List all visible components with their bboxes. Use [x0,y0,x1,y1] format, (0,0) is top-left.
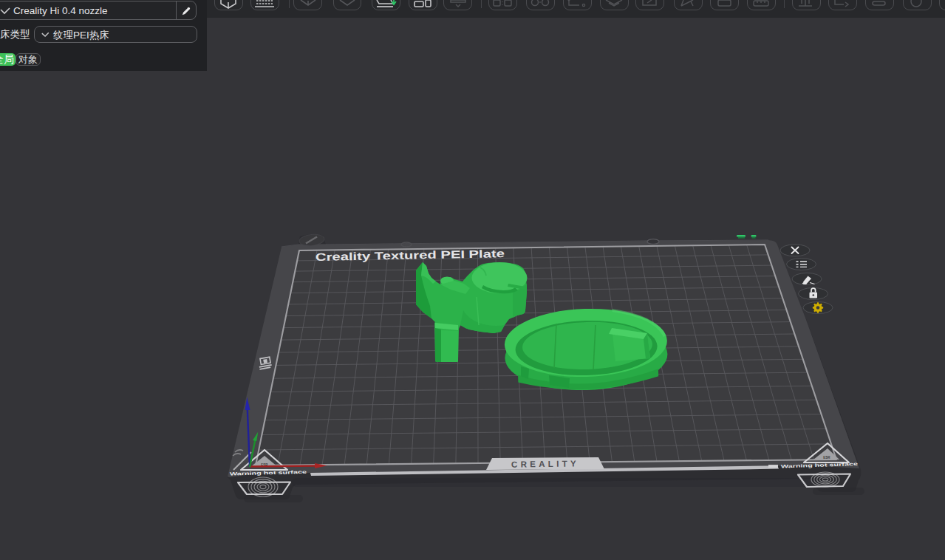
svg-text:CREALITY: CREALITY [511,459,579,468]
svg-text:ESR: ESR [823,456,830,460]
